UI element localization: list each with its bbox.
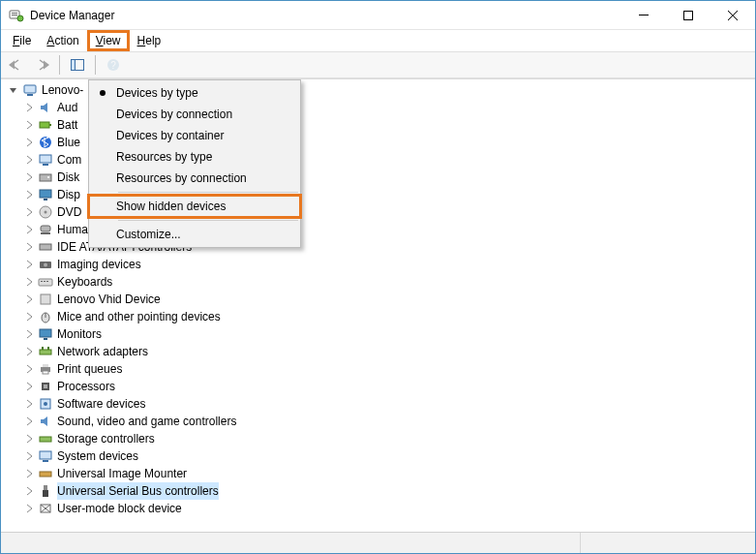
svg-rect-30 — [39, 279, 52, 286]
svg-point-29 — [44, 263, 47, 267]
menu-devices-by-type[interactable]: Devices by type — [89, 82, 300, 104]
tree-item[interactable]: Sound, video and game controllers — [7, 413, 755, 430]
view-menu-dropdown: Devices by type Devices by connection De… — [88, 79, 301, 248]
tree-item[interactable]: Print queues — [7, 360, 755, 378]
expander-closed-icon[interactable] — [22, 101, 36, 114]
expander-closed-icon[interactable] — [22, 432, 36, 446]
expander-closed-icon[interactable] — [22, 205, 36, 219]
expander-closed-icon[interactable] — [22, 362, 36, 376]
svg-rect-21 — [40, 190, 51, 198]
expander-closed-icon[interactable] — [22, 380, 36, 393]
svg-rect-54 — [43, 490, 48, 497]
expander-closed-icon[interactable] — [22, 449, 36, 463]
forward-button[interactable] — [30, 54, 53, 76]
statusbar — [1, 532, 755, 553]
expander-closed-icon[interactable] — [22, 188, 36, 201]
toolbar-separator — [59, 55, 60, 75]
expander-closed-icon[interactable] — [22, 136, 36, 149]
menu-devices-by-container[interactable]: Devices by container — [89, 125, 300, 146]
menu-show-hidden-devices[interactable]: Show hidden devices — [89, 196, 300, 217]
tree-item[interactable]: System devices — [7, 447, 755, 465]
tree-item-usb[interactable]: Universal Serial Bus controllers — [7, 482, 755, 500]
tree-item[interactable]: Mice and other pointing devices — [7, 308, 755, 325]
tree-item[interactable]: Storage controllers — [7, 430, 755, 447]
tree-item[interactable]: User-mode block device — [7, 500, 755, 517]
expander-closed-icon[interactable] — [22, 397, 36, 411]
menu-resources-by-connection[interactable]: Resources by connection — [89, 168, 300, 189]
tree-item[interactable]: Lenovo Vhid Device — [7, 291, 755, 308]
help-button[interactable]: ? — [102, 54, 125, 76]
expander-closed-icon[interactable] — [22, 258, 36, 271]
audio-icon — [38, 100, 53, 115]
usb-icon — [38, 483, 53, 499]
computer-icon — [22, 82, 38, 98]
svg-rect-39 — [40, 350, 51, 354]
tree-item[interactable]: Imaging devices — [7, 256, 755, 273]
menu-action[interactable]: Action — [39, 32, 86, 49]
toolbar: ? — [1, 51, 755, 78]
expander-closed-icon[interactable] — [22, 153, 36, 167]
svg-rect-27 — [40, 244, 51, 250]
svg-rect-9 — [72, 60, 76, 71]
minimize-button[interactable] — [621, 1, 666, 30]
storage-icon — [38, 431, 53, 446]
tree-item[interactable]: Software devices — [7, 395, 755, 413]
svg-point-24 — [45, 211, 47, 214]
device-icon — [38, 292, 53, 307]
expander-closed-icon[interactable] — [22, 118, 36, 132]
software-icon — [38, 396, 53, 412]
window-title: Device Manager — [30, 9, 621, 22]
expander-closed-icon[interactable] — [22, 345, 36, 358]
show-hide-tree-button[interactable] — [66, 54, 89, 76]
maximize-button[interactable] — [666, 1, 711, 30]
tree-item[interactable]: Keyboards — [7, 273, 755, 291]
menubar: File Action View Help — [1, 30, 755, 51]
expander-closed-icon[interactable] — [22, 310, 36, 323]
toolbar-separator — [95, 55, 96, 75]
device-manager-window: Device Manager File Action View Help ? — [0, 0, 756, 554]
svg-rect-25 — [41, 226, 50, 231]
svg-rect-34 — [41, 294, 50, 304]
expander-closed-icon[interactable] — [22, 484, 36, 498]
svg-rect-26 — [41, 232, 50, 234]
radio-selected-icon — [89, 89, 116, 97]
expander-closed-icon[interactable] — [22, 170, 36, 184]
tree-item[interactable]: Processors — [7, 378, 755, 395]
menu-separator — [118, 220, 298, 221]
menu-devices-by-connection[interactable]: Devices by connection — [89, 104, 300, 125]
menu-resources-by-type[interactable]: Resources by type — [89, 146, 300, 168]
expander-closed-icon[interactable] — [22, 415, 36, 428]
expander-closed-icon[interactable] — [22, 275, 36, 289]
svg-rect-38 — [44, 338, 47, 340]
menu-file[interactable]: File — [5, 32, 39, 49]
svg-rect-51 — [43, 460, 48, 462]
svg-rect-22 — [44, 199, 47, 200]
expander-closed-icon[interactable] — [22, 223, 36, 236]
close-button[interactable] — [711, 1, 755, 30]
back-button[interactable] — [5, 54, 28, 76]
tree-item[interactable]: Monitors — [7, 325, 755, 343]
menu-help[interactable]: Help — [130, 32, 169, 49]
expander-closed-icon[interactable] — [22, 240, 36, 254]
menu-customize[interactable]: Customize... — [89, 224, 300, 245]
svg-rect-40 — [42, 347, 44, 350]
expander-closed-icon[interactable] — [22, 327, 36, 341]
tree-item[interactable]: Network adapters — [7, 343, 755, 360]
sound-icon — [38, 414, 53, 429]
network-icon — [38, 344, 53, 359]
svg-rect-44 — [43, 371, 48, 374]
tree-item[interactable]: Universal Image Mounter — [7, 465, 755, 482]
bluetooth-icon — [38, 135, 53, 150]
keyboard-icon — [38, 274, 53, 290]
expander-open-icon[interactable] — [7, 83, 20, 97]
monitor-icon — [38, 326, 53, 342]
svg-rect-19 — [40, 174, 51, 181]
mouse-icon — [38, 309, 53, 324]
svg-rect-14 — [40, 122, 49, 128]
expander-closed-icon[interactable] — [22, 467, 36, 480]
svg-point-20 — [47, 176, 49, 178]
svg-rect-15 — [49, 124, 51, 126]
expander-closed-icon[interactable] — [22, 502, 36, 515]
expander-closed-icon[interactable] — [22, 292, 36, 306]
menu-view[interactable]: View — [87, 30, 130, 51]
